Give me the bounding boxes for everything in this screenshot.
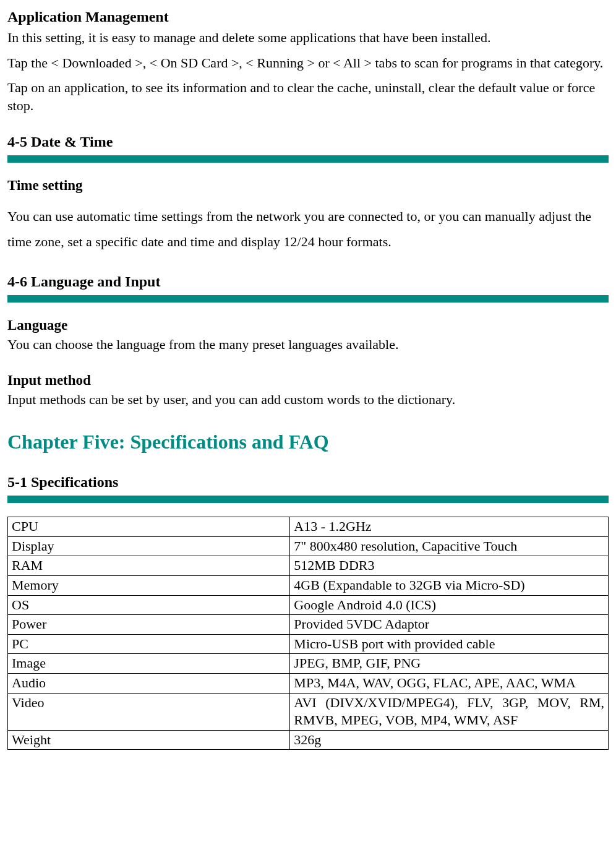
- spec-key: Weight: [8, 730, 290, 750]
- input-method-subheading: Input method: [7, 371, 609, 390]
- table-row: Weight326g: [8, 730, 609, 750]
- app-management-title: Application Management: [7, 7, 609, 27]
- spec-key: Display: [8, 536, 290, 556]
- input-method-body: Input methods can be set by user, and yo…: [7, 391, 609, 409]
- language-input-heading: 4-6 Language and Input: [7, 272, 609, 291]
- app-management-p2: Tap the < Downloaded >, < On SD Card >, …: [7, 54, 609, 72]
- table-row: OSGoogle Android 4.0 (ICS): [8, 595, 609, 615]
- language-subheading: Language: [7, 316, 609, 335]
- spec-value: 7" 800x480 resolution, Capacitive Touch: [290, 536, 609, 556]
- spec-value: 326g: [290, 730, 609, 750]
- table-row: VideoAVI (DIVX/XVID/MPEG4), FLV, 3GP, MO…: [8, 693, 609, 730]
- table-row: PCMicro-USB port with provided cable: [8, 634, 609, 654]
- spec-key: OS: [8, 595, 290, 615]
- divider-bar: [7, 496, 609, 503]
- table-row: Display7" 800x480 resolution, Capacitive…: [8, 536, 609, 556]
- table-row: ImageJPEG, BMP, GIF, PNG: [8, 654, 609, 674]
- time-setting-subheading: Time setting: [7, 176, 609, 195]
- table-row: PowerProvided 5VDC Adaptor: [8, 615, 609, 635]
- table-row: Memory4GB (Expandable to 32GB via Micro-…: [8, 575, 609, 595]
- spec-value: Micro-USB port with provided cable: [290, 634, 609, 654]
- chapter-title: Chapter Five: Specifications and FAQ: [7, 429, 609, 455]
- specifications-heading: 5-1 Specifications: [7, 473, 609, 492]
- app-management-p3: Tap on an application, to see its inform…: [7, 79, 609, 114]
- spec-value: 4GB (Expandable to 32GB via Micro-SD): [290, 575, 609, 595]
- divider-bar: [7, 155, 609, 163]
- spec-key: Power: [8, 615, 290, 635]
- spec-value: JPEG, BMP, GIF, PNG: [290, 654, 609, 674]
- spec-key: Video: [8, 693, 290, 730]
- spec-key: Image: [8, 654, 290, 674]
- spec-key: CPU: [8, 517, 290, 537]
- spec-value: MP3, M4A, WAV, OGG, FLAC, APE, AAC, WMA: [290, 673, 609, 693]
- specifications-table: CPUA13 - 1.2GHz Display7" 800x480 resolu…: [7, 517, 609, 750]
- spec-key: PC: [8, 634, 290, 654]
- table-row: RAM512MB DDR3: [8, 556, 609, 576]
- time-setting-body: You can use automatic time settings from…: [7, 204, 609, 256]
- spec-value: 512MB DDR3: [290, 556, 609, 576]
- spec-key: Memory: [8, 575, 290, 595]
- spec-key: RAM: [8, 556, 290, 576]
- spec-key: Audio: [8, 673, 290, 693]
- spec-value: Google Android 4.0 (ICS): [290, 595, 609, 615]
- spec-value: A13 - 1.2GHz: [290, 517, 609, 537]
- spec-value: Provided 5VDC Adaptor: [290, 615, 609, 635]
- table-row: CPUA13 - 1.2GHz: [8, 517, 609, 537]
- spec-value: AVI (DIVX/XVID/MPEG4), FLV, 3GP, MOV, RM…: [290, 693, 609, 730]
- date-time-heading: 4-5 Date & Time: [7, 132, 609, 152]
- language-body: You can choose the language from the man…: [7, 336, 609, 354]
- table-row: AudioMP3, M4A, WAV, OGG, FLAC, APE, AAC,…: [8, 673, 609, 693]
- app-management-p1: In this setting, it is easy to manage an…: [7, 29, 609, 47]
- divider-bar: [7, 295, 609, 303]
